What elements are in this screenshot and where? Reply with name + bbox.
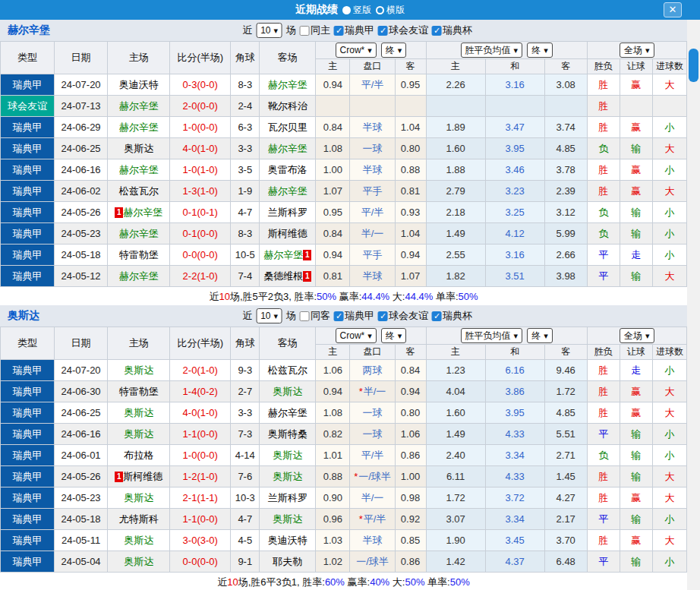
summary-segment: 44.4% [361,291,389,302]
red-card-badge: 1 [303,250,311,260]
handicap-result-cell: 赢 [620,74,652,96]
same-venue-checkbox[interactable] [300,26,310,36]
team-name-text: 斯柯维德 [268,228,307,239]
team-name-text: 赫尔辛堡 [119,121,159,133]
sub-header-handicap-result: 让球 [620,345,652,360]
result-cell: 负 [587,445,620,466]
league-checkbox-allsvenskan[interactable] [334,311,344,321]
odds-company-select[interactable]: Crow* [336,328,377,343]
col-header-score: 比分(半场) [170,42,231,74]
date-cell: 24-05-23 [55,487,108,509]
league-type-cell: 瑞典甲 [1,266,55,287]
goals-result-cell: 大 [652,402,686,424]
match-count-select[interactable]: 10 [256,23,282,38]
avg-final-select[interactable]: 终 [527,328,553,343]
corners-cell: 9-3 [231,360,260,381]
result-cell: 胜 [587,181,620,202]
avg-home-cell: 1.23 [426,360,485,381]
orientation-horizontal-radio[interactable]: 横版 [376,4,405,17]
avg-home-cell: 4.04 [426,381,485,402]
handicap-cell: 一球 [350,402,395,424]
match-count-select[interactable]: 10 [256,308,282,323]
scrollbar-thumb[interactable] [689,49,698,82]
avg-draw-cell: 3.34 [485,445,544,466]
away-team-cell: 奥斯达 [260,445,316,466]
odds-final-select[interactable]: 终 [381,328,407,343]
league-type-cell: 瑞典甲 [1,381,55,402]
league-checkbox-friendly[interactable] [378,311,388,321]
summary-segment: 50% [450,576,470,588]
scope-select[interactable]: 全场 [620,43,654,58]
date-cell: 24-05-18 [55,509,108,530]
league-label: 瑞典杯 [443,309,472,323]
goals-result-cell: 小 [652,509,686,530]
team-name-text: 布拉格 [124,450,153,461]
col-header-home: 主场 [108,327,170,360]
team-name-text: 特雷勒堡 [119,386,159,397]
league-type-cell: 瑞典甲 [1,202,55,223]
same-venue-checkbox[interactable] [300,311,310,321]
handicap-result-cell: 输 [620,445,652,466]
radio-selected-icon[interactable] [342,6,351,14]
avg-draw-cell: 3.51 [485,266,544,287]
avg-home-cell: 1.89 [426,117,485,138]
home-team-cell: 奥斯达 [108,424,170,445]
league-checkbox-cup[interactable] [432,311,442,321]
avg-odds-select[interactable]: 胜平负均值 [461,43,523,58]
team-name-text: 奥迪沃特 [268,535,307,546]
red-card-badge: 1 [115,207,123,218]
handicap-result-cell: 输 [620,466,652,487]
league-checkbox-cup[interactable] [432,26,442,36]
league-label: 球会友谊 [389,309,428,323]
handicap-result-cell: 输 [620,551,652,573]
orientation-vertical-radio[interactable]: 竖版 [342,4,371,17]
score-cell: 0-0(0-0) [170,551,231,573]
corners-cell: 7-6 [231,466,260,487]
table-row: 瑞典甲24-05-18尤特斯科1-1(0-0)4-7奥斯达0.96*平/半0.9… [1,509,687,530]
away-odds-cell: 0.92 [395,509,426,530]
odds-final-select[interactable]: 终 [381,43,407,58]
avg-odds-select[interactable]: 胜平负均值 [461,328,523,343]
league-type-cell: 瑞典甲 [1,245,55,266]
avg-draw-cell: 3.95 [485,402,544,424]
summary-segment: 44.4% [405,291,433,302]
handicap-cell: 一/球半 [350,551,395,573]
avg-away-cell: 1.72 [544,381,587,402]
sub-header-handicap-result: 让球 [620,59,652,74]
avg-draw-cell: 3.72 [485,487,544,509]
same-venue-label: 同客 [311,309,330,323]
col-header-corner: 角球 [231,42,260,74]
radio-unselected-icon[interactable] [376,6,384,14]
sub-header-handicap: 盘口 [350,59,395,74]
home-team-cell: 特雷勒堡 [108,245,170,266]
corners-cell: 4-14 [231,445,260,466]
avg-home-cell: 2.55 [426,245,485,266]
league-checkbox-allsvenskan[interactable] [334,26,344,36]
result-cell: 胜 [587,466,620,487]
odds-company-select[interactable]: Crow* [336,43,377,58]
score-cell: 2-0(1-0) [170,360,231,381]
result-cell: 负 [587,202,620,223]
league-label: 瑞典甲 [345,309,374,323]
date-cell: 24-06-16 [55,159,108,181]
avg-home-cell: 1.82 [426,266,485,287]
date-cell: 24-05-23 [55,223,108,245]
avg-away-cell: 3.78 [544,159,587,181]
team-name-text: 奥迪沃特 [119,79,159,90]
away-odds-cell: 0.88 [395,159,426,181]
close-icon[interactable]: ✕ [664,2,682,17]
avg-draw-cell [485,96,544,117]
team-name-text: 特雷勒堡 [119,249,159,260]
scope-select[interactable]: 全场 [620,328,654,343]
score-cell: 3-0(3-0) [170,530,231,551]
vertical-scrollbar[interactable] [687,20,700,590]
same-venue-label: 同主 [311,24,330,37]
avg-final-select[interactable]: 终 [527,43,553,58]
score-cell: 1-0(0-0) [170,445,231,466]
handicap-cell: *一/球半 [350,466,395,487]
score-cell: 1-2(1-0) [170,466,231,487]
handicap-cell [350,96,395,117]
result-cell: 胜 [587,487,620,509]
league-checkbox-friendly[interactable] [378,26,388,36]
team-name-text: 赫尔辛堡 [119,164,159,175]
